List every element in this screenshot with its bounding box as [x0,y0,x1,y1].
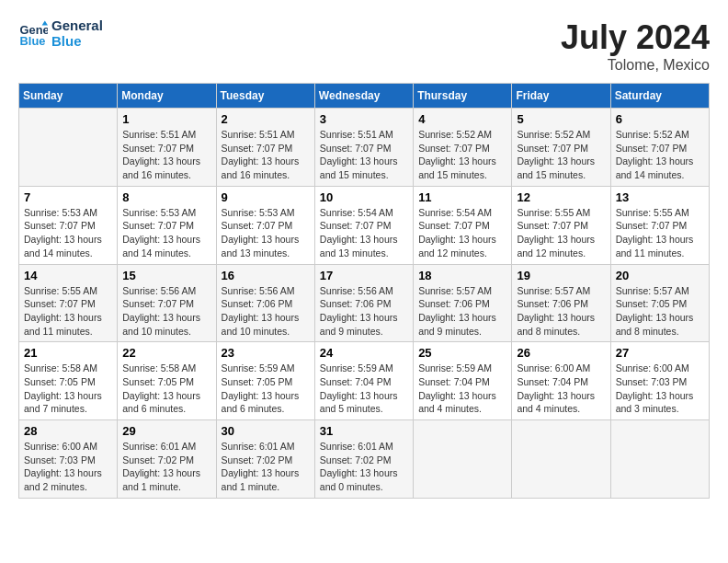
day-cell: 29Sunrise: 6:01 AMSunset: 7:02 PMDayligh… [118,420,216,499]
sunset: Sunset: 7:07 PM [122,142,210,155]
col-wednesday: Wednesday [314,84,413,109]
sunset: Sunset: 7:04 PM [418,375,506,389]
day-info: Sunrise: 5:59 AMSunset: 7:04 PMDaylight:… [418,362,506,416]
week-row-2: 7Sunrise: 5:53 AMSunset: 7:07 PMDaylight… [19,186,710,264]
sunrise: Sunrise: 5:53 AM [122,206,210,220]
day-cell [610,420,709,499]
sunrise: Sunrise: 6:00 AM [517,362,605,375]
sunset: Sunset: 7:07 PM [418,142,506,155]
day-number: 6 [616,112,704,126]
day-cell: 24Sunrise: 5:59 AMSunset: 7:04 PMDayligh… [314,342,413,420]
sunset: Sunset: 7:07 PM [24,297,112,311]
day-number: 28 [24,424,112,438]
day-info: Sunrise: 5:57 AMSunset: 7:06 PMDaylight:… [517,284,605,339]
sunrise: Sunrise: 5:52 AM [517,128,605,142]
sunrise: Sunrise: 6:01 AM [320,440,408,454]
day-info: Sunrise: 5:57 AMSunset: 7:05 PMDaylight:… [616,284,704,339]
daylight: Daylight: 13 hours and 9 minutes. [320,311,408,338]
daylight: Daylight: 13 hours and 16 minutes. [222,155,310,181]
day-number: 2 [222,112,310,126]
day-number: 23 [222,346,310,360]
day-number: 27 [616,346,704,360]
day-cell: 28Sunrise: 6:00 AMSunset: 7:03 PMDayligh… [19,420,118,499]
day-info: Sunrise: 5:52 AMSunset: 7:07 PMDaylight:… [616,128,704,182]
sunset: Sunset: 7:07 PM [418,219,506,233]
col-thursday: Thursday [414,84,512,109]
sunset: Sunset: 7:02 PM [320,454,408,467]
day-info: Sunrise: 6:01 AMSunset: 7:02 PMDaylight:… [122,440,210,494]
day-info: Sunrise: 5:52 AMSunset: 7:07 PMDaylight:… [517,128,605,182]
day-number: 4 [418,112,506,126]
day-cell: 23Sunrise: 5:59 AMSunset: 7:05 PMDayligh… [216,342,314,420]
day-cell: 31Sunrise: 6:01 AMSunset: 7:02 PMDayligh… [314,420,413,499]
daylight: Daylight: 13 hours and 12 minutes. [418,233,506,259]
day-info: Sunrise: 5:55 AMSunset: 7:07 PMDaylight:… [24,284,112,339]
day-cell: 30Sunrise: 6:01 AMSunset: 7:02 PMDayligh… [216,420,314,499]
sunrise: Sunrise: 5:54 AM [418,206,506,220]
sunset: Sunset: 7:07 PM [517,219,605,233]
day-info: Sunrise: 5:56 AMSunset: 7:07 PMDaylight:… [122,284,210,339]
daylight: Daylight: 13 hours and 16 minutes. [122,155,210,181]
calendar-header: Sunday Monday Tuesday Wednesday Thursday… [19,84,710,109]
day-cell [512,420,610,499]
week-row-3: 14Sunrise: 5:55 AMSunset: 7:07 PMDayligh… [19,264,710,342]
day-info: Sunrise: 6:01 AMSunset: 7:02 PMDaylight:… [320,440,408,494]
day-info: Sunrise: 5:53 AMSunset: 7:07 PMDaylight:… [24,206,112,260]
calendar-body: 1Sunrise: 5:51 AMSunset: 7:07 PMDaylight… [19,109,710,499]
day-cell: 21Sunrise: 5:58 AMSunset: 7:05 PMDayligh… [19,342,118,420]
day-cell: 25Sunrise: 5:59 AMSunset: 7:04 PMDayligh… [414,342,512,420]
day-cell: 3Sunrise: 5:51 AMSunset: 7:07 PMDaylight… [314,109,413,187]
day-info: Sunrise: 6:00 AMSunset: 7:03 PMDaylight:… [616,362,704,416]
day-cell: 19Sunrise: 5:57 AMSunset: 7:06 PMDayligh… [512,264,610,342]
daylight: Daylight: 13 hours and 14 minutes. [24,233,112,259]
day-cell: 5Sunrise: 5:52 AMSunset: 7:07 PMDaylight… [512,109,610,187]
day-number: 14 [24,269,112,282]
day-info: Sunrise: 5:51 AMSunset: 7:07 PMDaylight:… [122,128,210,182]
day-number: 15 [122,269,210,282]
day-cell: 13Sunrise: 5:55 AMSunset: 7:07 PMDayligh… [610,186,709,264]
day-info: Sunrise: 5:51 AMSunset: 7:07 PMDaylight:… [320,128,408,182]
daylight: Daylight: 13 hours and 5 minutes. [320,389,408,416]
day-cell [19,109,118,187]
day-number: 9 [222,190,310,204]
daylight: Daylight: 13 hours and 12 minutes. [517,233,605,259]
day-number: 30 [222,424,310,438]
day-info: Sunrise: 6:01 AMSunset: 7:02 PMDaylight:… [222,440,310,494]
sunrise: Sunrise: 6:01 AM [222,440,310,454]
day-info: Sunrise: 5:54 AMSunset: 7:07 PMDaylight:… [418,206,506,260]
logo-general: General [51,18,103,34]
day-number: 24 [320,346,408,360]
sunset: Sunset: 7:07 PM [122,297,210,311]
daylight: Daylight: 13 hours and 11 minutes. [24,311,112,338]
sunset: Sunset: 7:03 PM [24,454,112,467]
sunrise: Sunrise: 6:00 AM [616,362,704,375]
day-info: Sunrise: 5:52 AMSunset: 7:07 PMDaylight:… [418,128,506,182]
sunrise: Sunrise: 5:52 AM [418,128,506,142]
day-info: Sunrise: 5:59 AMSunset: 7:05 PMDaylight:… [222,362,310,416]
sunrise: Sunrise: 5:55 AM [24,284,112,298]
sunset: Sunset: 7:06 PM [517,297,605,311]
day-cell: 8Sunrise: 5:53 AMSunset: 7:07 PMDaylight… [118,186,216,264]
day-number: 19 [517,269,605,282]
sunrise: Sunrise: 5:58 AM [122,362,210,375]
day-number: 8 [122,190,210,204]
header-row: Sunday Monday Tuesday Wednesday Thursday… [19,84,710,109]
sunset: Sunset: 7:07 PM [320,142,408,155]
day-cell: 12Sunrise: 5:55 AMSunset: 7:07 PMDayligh… [512,186,610,264]
day-number: 1 [122,112,210,126]
day-number: 29 [122,424,210,438]
sunrise: Sunrise: 5:59 AM [222,362,310,375]
sunrise: Sunrise: 5:51 AM [122,128,210,142]
day-number: 26 [517,346,605,360]
daylight: Daylight: 13 hours and 4 minutes. [418,389,506,416]
sunrise: Sunrise: 5:53 AM [24,206,112,220]
day-info: Sunrise: 5:58 AMSunset: 7:05 PMDaylight:… [24,362,112,416]
sunset: Sunset: 7:05 PM [24,375,112,389]
day-info: Sunrise: 6:00 AMSunset: 7:03 PMDaylight:… [24,440,112,494]
day-cell: 16Sunrise: 5:56 AMSunset: 7:06 PMDayligh… [216,264,314,342]
sunset: Sunset: 7:07 PM [320,219,408,233]
daylight: Daylight: 13 hours and 15 minutes. [320,155,408,181]
day-cell: 27Sunrise: 6:00 AMSunset: 7:03 PMDayligh… [610,342,709,420]
sunset: Sunset: 7:06 PM [418,297,506,311]
sunset: Sunset: 7:02 PM [222,454,310,467]
